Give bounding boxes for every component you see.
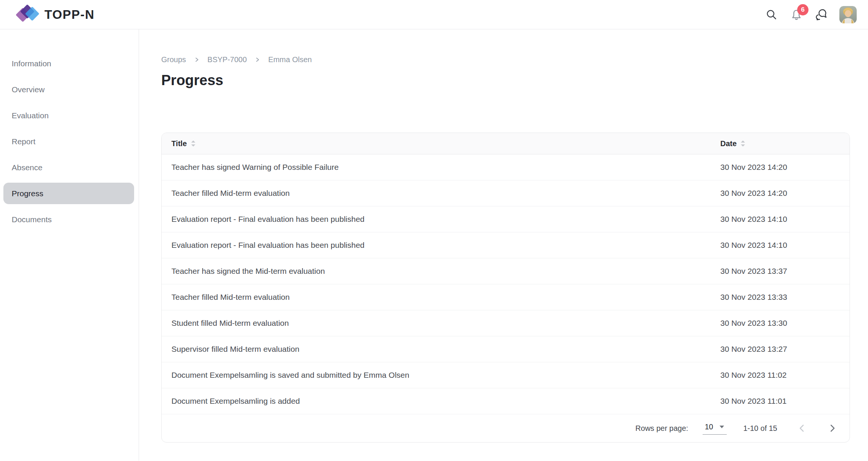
column-header-title[interactable]: Title	[162, 139, 720, 148]
row-date: 30 Nov 2023 14:20	[720, 189, 850, 198]
column-header-title-label: Title	[171, 139, 187, 148]
sidebar-item-absence[interactable]: Absence	[3, 157, 134, 178]
row-date: 30 Nov 2023 13:30	[720, 319, 850, 328]
breadcrumb-group-code[interactable]: BSYP-7000	[208, 55, 247, 64]
topbar-actions: 6	[765, 6, 857, 23]
rows-per-page-label: Rows per page:	[636, 424, 688, 433]
row-date: 30 Nov 2023 13:27	[720, 345, 850, 354]
row-title: Supervisor filled Mid-term evaluation	[162, 345, 720, 354]
pagination-range-label: 1-10 of 15	[743, 424, 777, 433]
table-row: Student filled Mid-term evaluation 30 No…	[162, 310, 850, 336]
notifications-bell-icon[interactable]: 6	[790, 8, 803, 21]
page-shell: Information Overview Evaluation Report A…	[0, 29, 868, 461]
table-row: Document Exempelsamling is added 30 Nov …	[162, 388, 850, 414]
sidebar-item-documents[interactable]: Documents	[3, 209, 134, 230]
chevron-right-icon	[255, 57, 260, 63]
row-title: Evaluation report - Final evaluation has…	[162, 215, 720, 224]
chevron-right-icon	[194, 57, 200, 63]
row-title: Teacher has signed Warning of Possible F…	[162, 163, 720, 172]
sidebar-item-information[interactable]: Information	[3, 53, 134, 74]
row-date: 30 Nov 2023 14:10	[720, 241, 850, 250]
row-title: Document Exempelsamling is added	[162, 397, 720, 406]
column-header-date-label: Date	[720, 139, 737, 148]
table-row: Teacher filled Mid-term evaluation 30 No…	[162, 180, 850, 206]
breadcrumb: Groups BSYP-7000 Emma Olsen	[161, 55, 850, 64]
table-row: Document Exempelsamling is saved and sub…	[162, 362, 850, 388]
table-pagination: Rows per page: 10 1-10 of 15	[162, 414, 850, 442]
chevron-left-icon	[799, 424, 805, 433]
chevron-right-icon	[830, 424, 836, 433]
caret-down-icon	[719, 425, 724, 429]
table-header-row: Title Date	[162, 133, 850, 154]
top-bar: TOPP-N 6	[0, 0, 868, 29]
row-title: Teacher has signed the Mid-term evaluati…	[162, 267, 720, 276]
row-title: Student filled Mid-term evaluation	[162, 319, 720, 328]
next-page-button[interactable]	[826, 422, 839, 435]
row-title: Teacher filled Mid-term evaluation	[162, 189, 720, 198]
main-content: Groups BSYP-7000 Emma Olsen Progress Tit…	[139, 29, 868, 461]
table-row: Evaluation report - Final evaluation has…	[162, 232, 850, 258]
breadcrumb-groups[interactable]: Groups	[161, 55, 186, 64]
table-body: Teacher has signed Warning of Possible F…	[162, 154, 850, 414]
logo-diamonds-icon	[17, 5, 39, 25]
rows-per-page-select[interactable]: 10	[703, 422, 727, 435]
sidebar-item-progress[interactable]: Progress	[3, 183, 134, 204]
sort-icon[interactable]	[191, 140, 196, 147]
table-row: Teacher has signed the Mid-term evaluati…	[162, 258, 850, 284]
sort-icon[interactable]	[740, 140, 746, 147]
rows-per-page-value: 10	[705, 423, 713, 431]
row-date: 30 Nov 2023 14:10	[720, 215, 850, 224]
row-title: Evaluation report - Final evaluation has…	[162, 241, 720, 250]
sidebar-item-report[interactable]: Report	[3, 131, 134, 152]
messages-chat-icon[interactable]	[815, 8, 828, 21]
table-row: Teacher filled Mid-term evaluation 30 No…	[162, 284, 850, 310]
app-logo[interactable]: TOPP-N	[17, 5, 95, 25]
previous-page-button[interactable]	[795, 422, 808, 435]
row-date: 30 Nov 2023 14:20	[720, 163, 850, 172]
row-title: Document Exempelsamling is saved and sub…	[162, 371, 720, 380]
sidebar-item-overview[interactable]: Overview	[3, 79, 134, 100]
row-date: 30 Nov 2023 13:33	[720, 293, 850, 302]
progress-table-card: Title Date Teacher has signed War	[161, 133, 850, 443]
page-title: Progress	[161, 72, 850, 89]
notification-count-badge: 6	[797, 4, 808, 15]
table-row: Evaluation report - Final evaluation has…	[162, 206, 850, 232]
breadcrumb-student-name: Emma Olsen	[268, 55, 312, 64]
table-row: Teacher has signed Warning of Possible F…	[162, 154, 850, 180]
column-header-date[interactable]: Date	[720, 139, 850, 148]
table-row: Supervisor filled Mid-term evaluation 30…	[162, 336, 850, 362]
app-title: TOPP-N	[44, 8, 95, 22]
user-avatar[interactable]	[839, 6, 857, 23]
sidebar-item-evaluation[interactable]: Evaluation	[3, 105, 134, 126]
sidebar: Information Overview Evaluation Report A…	[0, 29, 139, 461]
row-title: Teacher filled Mid-term evaluation	[162, 293, 720, 302]
search-icon[interactable]	[765, 8, 778, 21]
row-date: 30 Nov 2023 13:37	[720, 267, 850, 276]
row-date: 30 Nov 2023 11:01	[720, 397, 850, 406]
row-date: 30 Nov 2023 11:02	[720, 371, 850, 380]
